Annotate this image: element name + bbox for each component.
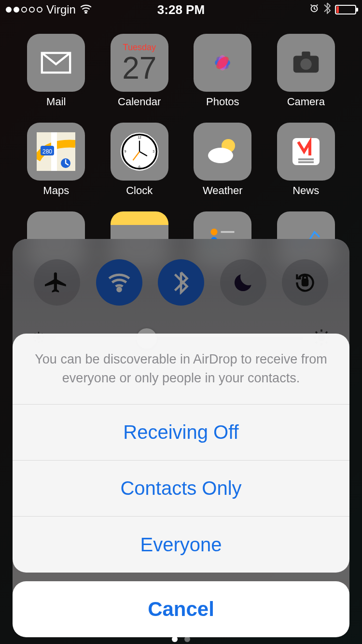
app-label: Calendar <box>118 96 161 108</box>
weather-icon <box>194 123 251 181</box>
option-everyone[interactable]: Everyone <box>13 517 349 573</box>
option-contacts-only[interactable]: Contacts Only <box>13 461 349 517</box>
battery-icon <box>335 5 356 14</box>
svg-text:280: 280 <box>42 148 52 155</box>
airplane-mode-toggle[interactable] <box>34 259 80 306</box>
maps-icon: 280 <box>27 123 85 181</box>
app-camera[interactable]: Camera <box>265 34 348 108</box>
app-label: Maps <box>43 184 69 197</box>
svg-rect-38 <box>303 280 307 286</box>
app-label: Photos <box>206 96 239 108</box>
app-label: Clock <box>126 184 153 197</box>
rotation-lock-toggle[interactable] <box>282 259 328 306</box>
mail-icon <box>27 34 85 92</box>
app-label: News <box>292 184 319 197</box>
wifi-toggle[interactable] <box>96 259 142 306</box>
app-calendar[interactable]: Tuesday 27 Calendar <box>98 34 181 108</box>
svg-text:9: 9 <box>125 150 126 153</box>
app-label: Mail <box>46 96 66 108</box>
photos-icon <box>194 34 251 92</box>
sheet-message: You can be discoverable in AirDrop to re… <box>13 334 349 405</box>
clock-label: 3:28 PM <box>0 2 362 17</box>
app-clock[interactable]: 12369 Clock <box>98 123 181 197</box>
app-label: Camera <box>287 96 325 108</box>
app-news[interactable]: News <box>265 123 348 197</box>
app-weather[interactable]: Weather <box>181 123 265 197</box>
app-maps[interactable]: 280 Maps <box>14 123 98 197</box>
cancel-button[interactable]: Cancel <box>13 581 349 637</box>
svg-line-53 <box>316 332 317 333</box>
app-mail[interactable]: Mail <box>14 34 98 108</box>
svg-text:3: 3 <box>153 150 154 153</box>
svg-rect-10 <box>302 52 310 57</box>
svg-point-25 <box>208 148 233 163</box>
svg-rect-26 <box>292 138 320 165</box>
calendar-icon: Tuesday 27 <box>111 34 168 92</box>
svg-line-56 <box>326 332 327 333</box>
home-app-grid: Mail Tuesday 27 Calendar Photos Camera 2… <box>0 34 362 269</box>
status-bar: Virgin 3:28 PM <box>0 0 362 19</box>
ios-home-screen: Mail Tuesday 27 Calendar Photos Camera 2… <box>0 0 362 644</box>
svg-text:12: 12 <box>138 136 141 139</box>
app-photos[interactable]: Photos <box>181 34 265 108</box>
svg-point-37 <box>117 288 121 291</box>
airdrop-action-sheet: You can be discoverable in AirDrop to re… <box>13 334 349 637</box>
news-icon <box>277 123 335 181</box>
svg-point-29 <box>211 229 218 236</box>
do-not-disturb-toggle[interactable] <box>220 259 266 306</box>
option-receiving-off[interactable]: Receiving Off <box>13 405 349 461</box>
app-label: Weather <box>203 184 243 197</box>
bluetooth-toggle[interactable] <box>158 259 204 306</box>
camera-icon <box>277 34 335 92</box>
clock-icon: 12369 <box>111 123 168 181</box>
svg-point-9 <box>300 58 311 70</box>
svg-text:6: 6 <box>139 165 140 168</box>
